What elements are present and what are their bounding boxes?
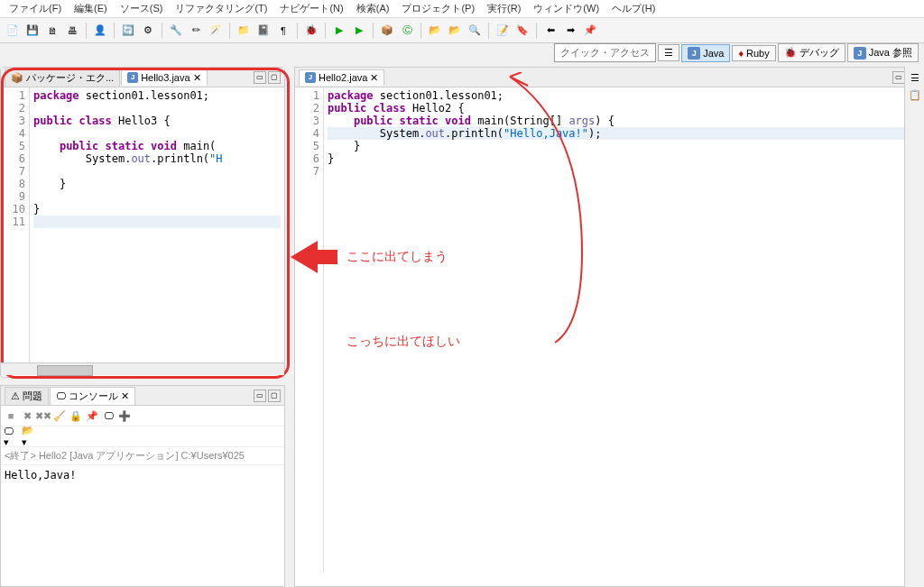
pin-console-icon[interactable]: 📌 [85,408,99,423]
tab-hello3[interactable]: JHello3.java✕ [121,69,207,86]
line-gutter: 1234567 [295,87,324,572]
perspective-java[interactable]: JJava [681,44,730,62]
console-toolbar: ■ ✖ ✖✖ 🧹 🔒 📌 🖵 ➕ [1,406,284,426]
annotation-arrow-icon [291,241,318,273]
menubar: ファイル(F) 編集(E) ソース(S) リファクタリング(T) ナビゲート(N… [0,0,924,18]
save-icon[interactable]: 💾 [23,22,42,40]
main-toolbar: 📄 💾 🗎 🖶 👤 🔄 ⚙ 🔧 ✏ 🪄 📁 📓 ¶ 🐞 ▶ ▶ 📦 Ⓒ 📂 📂 … [0,18,924,43]
tab-console[interactable]: 🖵コンソール✕ [50,387,135,405]
remove-all-icon[interactable]: ✖✖ [36,408,51,423]
perspective-debug[interactable]: 🐞デバッグ [778,43,845,62]
new-console-icon[interactable]: ➕ [117,408,132,423]
tab-problems[interactable]: ⚠問題 [5,387,49,405]
maximize-icon[interactable]: ▢ [268,71,281,84]
debug-icon[interactable]: 🐞 [302,22,320,40]
annotation-arrow-body [318,250,337,264]
console-terminated-label: <終了> Hello2 [Java アプリケーション] C:¥Users¥025 [1,447,284,465]
tab-hello2[interactable]: JHello2.java✕ [299,69,384,86]
debug-config-icon[interactable]: 🔧 [167,22,185,40]
sync-icon[interactable]: 🔄 [119,22,137,40]
menu-help[interactable]: ヘルプ(H) [606,0,661,17]
right-editor-pane: JHello2.java✕ ▭ ▢ 1234567 package sectio… [294,67,924,587]
outline-icon[interactable]: ☰ [910,72,919,84]
left-editor-pane: 📦パッケージ・エク... JHello3.java✕ ▭ ▢ 123456789… [0,67,285,378]
code-area[interactable]: package section01.lesson01;public class … [324,87,923,572]
format-icon[interactable]: ¶ [274,22,292,40]
tab-package-explorer[interactable]: 📦パッケージ・エク... [5,69,120,87]
minimize-icon[interactable]: ▭ [254,390,266,402]
bookmark-icon[interactable]: 🔖 [513,22,531,40]
book-icon[interactable]: 📓 [254,22,273,40]
hello3-editor[interactable]: 1234567891011 package section01.lesson01… [1,87,284,362]
terminate-icon[interactable]: ■ [4,408,18,423]
close-icon[interactable]: ✕ [121,390,129,402]
pencil-icon[interactable]: ✏ [187,22,205,40]
console-open-icon[interactable]: 📂▾ [22,429,36,444]
close-icon[interactable]: ✕ [193,72,201,84]
new-icon[interactable]: 📄 [4,22,22,40]
open-task-icon[interactable]: 📂 [446,22,464,40]
menu-source[interactable]: ソース(S) [115,0,169,17]
annotation-icon[interactable]: 📝 [494,22,512,40]
nav-fwd-icon[interactable]: ➡ [561,22,579,40]
menu-window[interactable]: ウィンドウ(W) [528,0,605,17]
run-ext-icon[interactable]: ▶ [350,22,368,40]
console-select-icon[interactable]: 🖵▾ [4,429,18,444]
open-type-icon[interactable]: 📂 [426,22,444,40]
user-icon[interactable]: 👤 [91,22,109,40]
menu-file[interactable]: ファイル(F) [4,0,67,17]
maximize-icon[interactable]: ▢ [268,390,281,402]
menu-run[interactable]: 実行(R) [482,0,526,17]
clear-icon[interactable]: 🧹 [52,408,67,423]
run-icon[interactable]: ▶ [330,22,348,40]
menu-search[interactable]: 検索(A) [351,0,395,17]
save-all-icon[interactable]: 🗎 [43,22,61,40]
open-perspective-button[interactable]: ☰ [658,44,679,61]
line-gutter: 1234567891011 [1,87,30,362]
remove-icon[interactable]: ✖ [20,408,34,423]
display-icon[interactable]: 🖵 [101,408,116,423]
minimize-icon[interactable]: ▭ [254,71,266,84]
perspective-java-ref[interactable]: JJava 参照 [847,43,919,62]
code-area[interactable]: package section01.lesson01; public class… [30,87,284,362]
console-pane: ⚠問題 🖵コンソール✕ ▭ ▢ ■ ✖ ✖✖ 🧹 🔒 📌 🖵 ➕ 🖵▾ 📂▾ [0,385,285,587]
package-icon[interactable]: 📦 [378,22,396,40]
console-output[interactable]: Hello,Java! [1,465,284,485]
horizontal-scrollbar[interactable] [1,362,284,375]
class-icon[interactable]: Ⓒ [398,22,416,40]
right-trim-bar: ☰ 📋 [904,67,924,587]
folder-icon[interactable]: 📁 [235,22,253,40]
print-icon[interactable]: 🖶 [63,22,81,40]
quick-access-field[interactable]: クイック・アクセス [554,43,656,62]
menu-project[interactable]: プロジェクト(P) [396,0,480,17]
minimize-icon[interactable]: ▭ [892,71,905,84]
menu-navigate[interactable]: ナビゲート(N) [274,0,348,17]
hello2-editor[interactable]: 1234567 package section01.lesson01;publi… [295,87,923,572]
console-toolbar-2: 🖵▾ 📂▾ [1,426,284,447]
perspective-bar: クイック・アクセス ☰ JJava ♦Ruby 🐞デバッグ JJava 参照 [554,43,919,62]
search-icon[interactable]: 🔍 [466,22,484,40]
nav-back-icon[interactable]: ⬅ [541,22,559,40]
perspective-ruby[interactable]: ♦Ruby [732,45,775,61]
pin-icon[interactable]: 📌 [581,22,599,40]
wand-icon[interactable]: 🪄 [207,22,225,40]
close-icon[interactable]: ✕ [370,72,378,84]
menu-edit[interactable]: 編集(E) [69,0,113,17]
menu-refactor[interactable]: リファクタリング(T) [170,0,273,17]
task-icon[interactable]: 📋 [909,89,921,101]
scroll-lock-icon[interactable]: 🔒 [69,408,83,423]
gear-icon[interactable]: ⚙ [139,22,157,40]
